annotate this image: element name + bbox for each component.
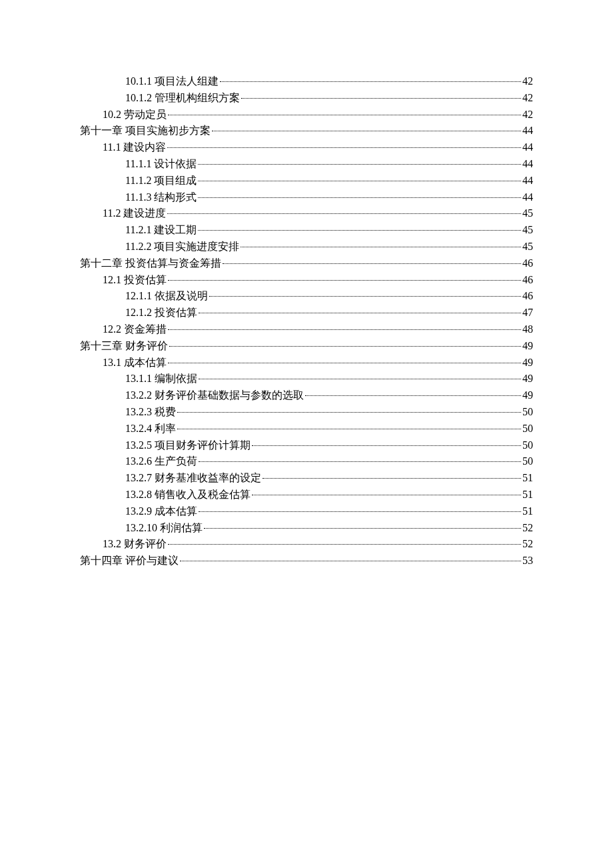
toc-entry-page: 50 xyxy=(522,453,533,470)
toc-leader-dots xyxy=(198,164,521,165)
toc-entry-label: 13.2.8 销售收入及税金估算 xyxy=(125,487,251,503)
toc-leader-dots xyxy=(212,131,521,131)
toc-entry-page: 42 xyxy=(522,90,533,107)
toc-leader-dots xyxy=(305,395,521,396)
toc-entry: 12.1 投资估算46 xyxy=(80,272,533,289)
toc-entry-label: 11.2.2 项目实施进度安排 xyxy=(125,239,239,255)
toc-entry: 13.2.7 财务基准收益率的设定51 xyxy=(80,470,533,487)
table-of-contents: 10.1.1 项目法人组建4210.1.2 管理机构组织方案4210.2 劳动定… xyxy=(80,73,533,569)
toc-leader-dots xyxy=(199,313,521,313)
toc-entry: 11.2.2 项目实施进度安排45 xyxy=(80,239,533,255)
toc-entry: 13.2.8 销售收入及税金估算51 xyxy=(80,487,533,503)
toc-entry-label: 12.1 投资估算 xyxy=(103,272,167,289)
toc-leader-dots xyxy=(168,115,521,115)
toc-leader-dots xyxy=(252,445,521,446)
toc-entry-page: 46 xyxy=(522,272,533,289)
toc-entry-page: 49 xyxy=(522,371,533,387)
toc-entry: 13.2.5 项目财务评价计算期50 xyxy=(80,437,533,454)
toc-entry-label: 第十一章 项目实施初步方案 xyxy=(80,123,211,139)
toc-entry-page: 49 xyxy=(522,355,533,371)
toc-leader-dots xyxy=(199,461,521,462)
toc-entry-page: 47 xyxy=(522,305,533,321)
toc-leader-dots xyxy=(199,511,521,512)
toc-entry: 10.1.1 项目法人组建42 xyxy=(80,73,533,90)
toc-entry-label: 10.1.2 管理机构组织方案 xyxy=(125,90,240,107)
toc-entry: 第十一章 项目实施初步方案44 xyxy=(80,123,533,139)
toc-entry: 第十二章 投资估算与资金筹措46 xyxy=(80,255,533,272)
toc-leader-dots xyxy=(169,346,521,347)
toc-entry: 13.2.10 利润估算52 xyxy=(80,520,533,537)
toc-leader-dots xyxy=(241,247,521,247)
toc-entry-page: 42 xyxy=(522,107,533,123)
toc-entry: 11.1.1 设计依据44 xyxy=(80,156,533,173)
toc-leader-dots xyxy=(177,429,521,429)
toc-entry-label: 13.2.9 成本估算 xyxy=(125,503,197,520)
toc-entry: 第十四章 评价与建议53 xyxy=(80,553,533,569)
toc-entry-page: 45 xyxy=(522,205,533,222)
toc-entry-page: 53 xyxy=(522,553,533,569)
toc-entry-label: 11.1 建设内容 xyxy=(103,139,166,156)
toc-entry-label: 11.1.1 设计依据 xyxy=(125,156,197,173)
toc-entry: 12.2 资金筹措48 xyxy=(80,321,533,338)
toc-leader-dots xyxy=(204,528,521,529)
toc-entry-page: 52 xyxy=(522,536,533,553)
toc-entry: 12.1.1 依据及说明46 xyxy=(80,288,533,305)
toc-leader-dots xyxy=(241,98,521,99)
toc-entry: 11.2 建设进度45 xyxy=(80,205,533,222)
toc-entry-page: 51 xyxy=(522,470,533,487)
toc-entry-page: 51 xyxy=(522,503,533,520)
toc-entry: 10.2 劳动定员42 xyxy=(80,107,533,123)
toc-entry-page: 50 xyxy=(522,421,533,437)
toc-entry: 13.1.1 编制依据49 xyxy=(80,371,533,387)
toc-leader-dots xyxy=(263,478,521,479)
toc-leader-dots xyxy=(220,81,521,82)
toc-entry: 13.2.6 生产负荷50 xyxy=(80,453,533,470)
toc-entry-page: 49 xyxy=(522,387,533,404)
toc-entry-page: 44 xyxy=(522,189,533,206)
toc-entry: 11.1.2 项目组成44 xyxy=(80,173,533,189)
toc-entry-label: 13.1 成本估算 xyxy=(103,355,167,371)
toc-entry: 10.1.2 管理机构组织方案42 xyxy=(80,90,533,107)
toc-entry-label: 13.2.3 税费 xyxy=(125,404,176,421)
toc-leader-dots xyxy=(198,230,521,231)
toc-entry: 13.2.2 财务评价基础数据与参数的选取49 xyxy=(80,387,533,404)
toc-entry: 12.1.2 投资估算47 xyxy=(80,305,533,321)
toc-entry-page: 44 xyxy=(522,173,533,189)
toc-entry-label: 13.2.5 项目财务评价计算期 xyxy=(125,437,251,454)
toc-entry: 11.1 建设内容44 xyxy=(80,139,533,156)
toc-entry-page: 50 xyxy=(522,404,533,421)
toc-entry-page: 44 xyxy=(522,123,533,139)
toc-entry-label: 11.1.3 结构形式 xyxy=(125,189,197,206)
toc-leader-dots xyxy=(168,363,521,363)
toc-leader-dots xyxy=(167,213,521,214)
toc-entry-page: 44 xyxy=(522,139,533,156)
toc-entry-label: 13.2.7 财务基准收益率的设定 xyxy=(125,470,261,487)
toc-entry-label: 12.2 资金筹措 xyxy=(103,321,167,338)
toc-leader-dots xyxy=(168,544,521,545)
toc-entry-label: 第十三章 财务评价 xyxy=(80,338,168,355)
toc-entry-page: 49 xyxy=(522,338,533,355)
toc-entry: 13.1 成本估算49 xyxy=(80,355,533,371)
toc-entry-page: 45 xyxy=(522,222,533,239)
toc-leader-dots xyxy=(177,412,521,413)
toc-entry-page: 48 xyxy=(522,321,533,338)
toc-entry-page: 44 xyxy=(522,156,533,173)
toc-entry: 13.2.9 成本估算51 xyxy=(80,503,533,520)
toc-entry: 13.2 财务评价52 xyxy=(80,536,533,553)
toc-leader-dots xyxy=(198,197,521,198)
toc-entry-label: 13.2.4 利率 xyxy=(125,421,176,437)
toc-entry-label: 第十二章 投资估算与资金筹措 xyxy=(80,255,221,272)
toc-entry-label: 13.2.10 利润估算 xyxy=(125,520,203,537)
toc-leader-dots xyxy=(180,561,521,561)
toc-entry: 13.2.4 利率50 xyxy=(80,421,533,437)
toc-entry: 13.2.3 税费50 xyxy=(80,404,533,421)
toc-entry-page: 51 xyxy=(522,487,533,503)
toc-entry: 11.2.1 建设工期45 xyxy=(80,222,533,239)
toc-leader-dots xyxy=(198,181,521,181)
toc-entry-label: 13.2.2 财务评价基础数据与参数的选取 xyxy=(125,387,304,404)
toc-leader-dots xyxy=(209,296,521,297)
toc-leader-dots xyxy=(167,147,521,148)
toc-entry-label: 11.1.2 项目组成 xyxy=(125,173,197,189)
toc-entry-label: 13.1.1 编制依据 xyxy=(125,371,197,387)
toc-leader-dots xyxy=(168,329,521,330)
